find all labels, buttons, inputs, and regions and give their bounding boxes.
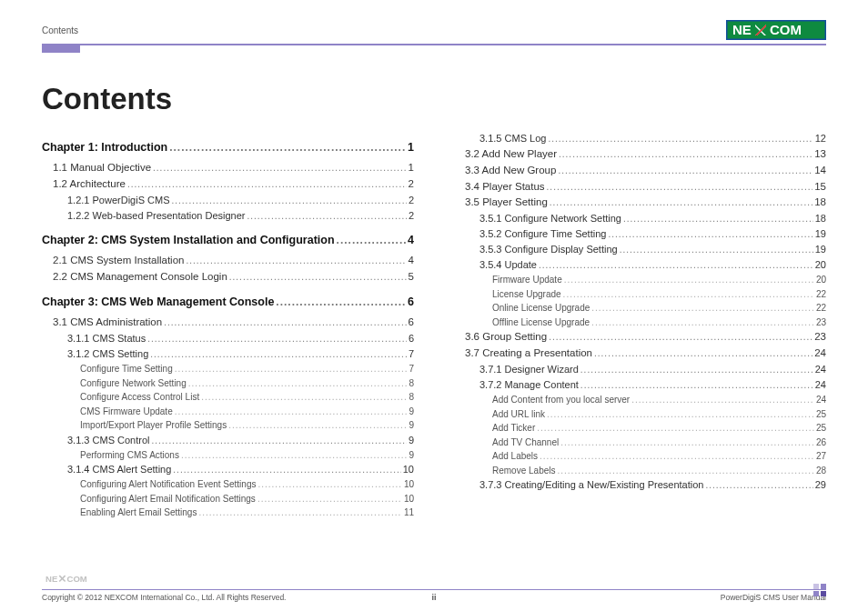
toc-entry[interactable]: 3.1.1 CMS Status6 [42, 331, 414, 346]
toc-entry[interactable]: 1.1 Manual Objective1 [42, 160, 414, 176]
toc-dot-leader [228, 418, 407, 433]
toc-entry[interactable]: Add Content from you local server24 [454, 393, 826, 407]
toc-dot-leader [201, 390, 407, 405]
toc-entry-page: 23 [814, 329, 826, 346]
toc-dot-leader [548, 131, 812, 146]
toc-entry-page: 15 [814, 179, 826, 195]
header-rule [42, 44, 826, 45]
toc-entry[interactable]: Add Labels27 [454, 449, 826, 464]
toc-entry[interactable]: Add URL link25 [454, 407, 826, 422]
toc-dot-leader [559, 146, 812, 163]
toc-entry[interactable]: 2.2 CMS Management Console Login5 [42, 269, 414, 285]
toc-entry-label: Add Ticker [492, 421, 535, 436]
toc-entry[interactable]: 3.5.2 Configure Time Setting19 [454, 226, 826, 242]
toc-entry-label: Configure Network Setting [80, 376, 187, 391]
toc-entry[interactable]: 3.5 Player Setting18 [454, 195, 826, 211]
toc-entry[interactable]: Chapter 3: CMS Web Management Console6 [42, 294, 414, 311]
toc-dot-leader [153, 160, 407, 176]
toc-entry[interactable]: Firmware Update20 [454, 273, 826, 287]
toc-entry-label: 3.5 Player Setting [465, 195, 548, 211]
toc-entry[interactable]: Import/Export Player Profile Settings9 [42, 418, 414, 433]
toc-entry[interactable]: Chapter 2: CMS System Installation and C… [42, 232, 414, 249]
toc-entry[interactable]: 2.1 CMS System Installation4 [42, 253, 414, 269]
toc-entry-label: 3.7.1 Designer Wizard [479, 362, 579, 377]
toc-entry-page: 7 [409, 362, 414, 376]
toc-entry[interactable]: 3.7.1 Designer Wizard24 [454, 362, 826, 377]
toc-entry[interactable]: Add Ticker25 [454, 421, 826, 436]
toc-entry-label: 3.5.4 Update [479, 257, 537, 273]
toc-entry-page: 27 [816, 449, 826, 464]
toc-entry[interactable]: Configuring Alert Email Notification Set… [42, 492, 414, 506]
toc-entry-label: 3.1.1 CMS Status [67, 331, 146, 346]
toc-entry[interactable]: Configuring Alert Notification Event Set… [42, 477, 414, 492]
toc-entry[interactable]: 3.6 Group Setting23 [454, 329, 826, 346]
toc-entry[interactable]: Enabling Alert Email Settings11 [42, 506, 414, 520]
toc-entry-label: 3.7 Creating a Presentation [465, 346, 592, 362]
toc-dot-leader [198, 506, 401, 520]
toc-entry[interactable]: 1.2 Architecture2 [42, 176, 414, 193]
toc-dot-leader [580, 362, 813, 377]
toc-dot-leader [247, 208, 406, 224]
toc-entry[interactable]: Offline License Upgrade23 [454, 316, 826, 330]
toc-entry[interactable]: License Upgrade22 [454, 287, 826, 302]
toc-dot-leader [580, 377, 813, 393]
toc-entry[interactable]: 3.7 Creating a Presentation24 [454, 346, 826, 362]
toc-entry[interactable]: 3.4 Player Status15 [454, 179, 826, 195]
toc-entry[interactable]: Remove Labels28 [454, 464, 826, 478]
toc-dot-leader [563, 287, 814, 302]
toc-entry-label: Add TV Channel [492, 436, 559, 450]
toc-entry[interactable]: 3.1.2 CMS Setting7 [42, 346, 414, 362]
toc-entry-label: 1.1 Manual Objective [53, 160, 151, 176]
toc-entry[interactable]: Configure Time Setting7 [42, 362, 414, 376]
toc-entry[interactable]: Performing CMS Actions9 [42, 448, 414, 463]
footer-copyright: Copyright © 2012 NEXCOM International Co… [42, 593, 286, 602]
toc-entry[interactable]: 3.5.3 Configure Display Setting19 [454, 242, 826, 257]
toc-entry[interactable]: Configure Access Control List8 [42, 390, 414, 405]
toc-entry-label: Online License Upgrade [492, 301, 590, 316]
toc-entry[interactable]: 3.1.4 CMS Alert Setting10 [42, 462, 414, 477]
toc-entry-page: 9 [409, 433, 414, 448]
toc-entry[interactable]: 3.7.3 Creating/Editing a New/Existing Pr… [454, 477, 826, 493]
toc-entry[interactable]: Configure Network Setting8 [42, 376, 414, 391]
toc-entry[interactable]: Online License Upgrade22 [454, 301, 826, 316]
toc-entry-label: Offline License Upgrade [492, 316, 590, 330]
toc-dot-leader [169, 139, 406, 156]
toc-entry[interactable]: 3.7.2 Manage Content24 [454, 377, 826, 393]
toc-entry[interactable]: 3.1.3 CMS Control9 [42, 433, 414, 448]
toc-entry[interactable]: Chapter 1: Introduction1 [42, 139, 414, 156]
toc-entry[interactable]: 3.1 CMS Administration6 [42, 315, 414, 331]
footer-bar: Copyright © 2012 NEXCOM International Co… [42, 593, 826, 602]
toc-entry[interactable]: 3.5.4 Update20 [454, 257, 826, 273]
toc-dot-leader [257, 477, 401, 492]
toc-entry[interactable]: 1.2.1 PowerDigiS CMS2 [42, 193, 414, 208]
toc-entry-page: 13 [814, 146, 826, 163]
toc-entry-page: 9 [409, 405, 414, 419]
toc-dot-leader [594, 346, 812, 362]
toc-dot-leader [550, 195, 812, 211]
toc-entry[interactable]: 3.3 Add New Group14 [454, 163, 826, 179]
toc-entry[interactable]: 1.2.2 Web-based Presentation Designer2 [42, 208, 414, 224]
toc-column-left: Chapter 1: Introduction11.1 Manual Objec… [42, 131, 414, 520]
toc-dot-leader [540, 449, 814, 464]
toc-column-right: 3.1.5 CMS Log123.2 Add New Player133.3 A… [454, 131, 826, 520]
toc-dot-leader [151, 433, 406, 448]
toc-entry-page: 10 [404, 492, 414, 506]
toc-entry-label: Chapter 2: CMS System Installation and C… [42, 232, 335, 249]
svg-text:NE: NE [45, 574, 57, 584]
toc-entry-page: 6 [409, 331, 414, 346]
toc-entry-page: 24 [815, 377, 826, 393]
footer-accent-icon [813, 584, 826, 596]
toc-entry[interactable]: 3.5.1 Configure Network Setting18 [454, 211, 826, 226]
toc-entry[interactable]: Add TV Channel26 [454, 436, 826, 450]
toc-entry-label: 3.1.3 CMS Control [67, 433, 149, 448]
toc-entry-label: Add URL link [492, 407, 545, 422]
toc-entry[interactable]: CMS Firmware Update9 [42, 405, 414, 419]
toc-entry-page: 28 [816, 464, 826, 478]
toc-entry-page: 23 [816, 316, 826, 330]
toc-entry-label: Performing CMS Actions [80, 448, 179, 463]
toc-dot-leader [623, 211, 813, 226]
toc-entry[interactable]: 3.1.5 CMS Log12 [454, 131, 826, 146]
toc-entry[interactable]: 3.2 Add New Player13 [454, 146, 826, 163]
toc-entry-label: 3.2 Add New Player [465, 146, 557, 163]
toc-entry-page: 19 [815, 242, 826, 257]
